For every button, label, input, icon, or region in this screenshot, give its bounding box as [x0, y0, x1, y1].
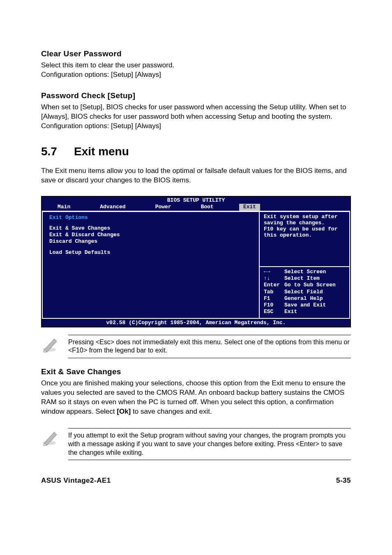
legend-desc-sub-screen: Go to Sub Screen — [284, 282, 336, 288]
footer-left: ASUS Vintage2-AE1 — [41, 477, 111, 485]
legend-desc-select-field: Select Field — [284, 289, 323, 295]
text-clear-user-password: Select this item to clear the user passw… — [41, 61, 351, 80]
legend-key-tab: Tab — [264, 289, 284, 295]
bios-tab-bar: Main Advanced Power Boot Exit — [42, 204, 350, 211]
footer-right: 5-35 — [336, 477, 351, 485]
bios-item-discard[interactable]: Discard Changes — [49, 238, 252, 245]
bios-group-header: Exit Options — [49, 214, 252, 221]
bios-left-pane: Exit Options Exit & Save Changes Exit & … — [42, 212, 260, 319]
legend-desc-select-item: Select Item — [284, 275, 320, 282]
legend-key-enter: Enter — [264, 282, 284, 288]
note-exit-unsaved: If you attempt to exit the Setup program… — [41, 428, 351, 460]
bios-tab-power[interactable]: Power — [151, 204, 175, 211]
bios-tab-advanced[interactable]: Advanced — [96, 204, 129, 211]
bios-tab-boot[interactable]: Boot — [197, 204, 218, 211]
legend-desc-general-help: General Help — [284, 295, 323, 302]
bios-title: BIOS SETUP UTILITY — [42, 197, 350, 204]
bios-footer: v02.58 (C)Copyright 1985-2004, American … — [42, 319, 350, 327]
bios-tab-exit[interactable]: Exit — [239, 204, 260, 211]
pencil-note-icon — [41, 428, 59, 446]
text-exit-save-changes: Once you are finished making your select… — [41, 379, 351, 417]
exit-save-ok: [Ok] — [117, 408, 131, 415]
section-title: Exit menu — [74, 145, 129, 158]
bios-right-pane: Exit system setup after saving the chang… — [260, 212, 350, 319]
legend-desc-select-screen: Select Screen — [284, 269, 326, 275]
section-number: 5.7 — [41, 145, 74, 158]
bios-item-load-defaults[interactable]: Load Setup Defaults — [49, 249, 252, 256]
note-esc-text: Pressing <Esc> does not immediately exit… — [68, 335, 351, 359]
note-esc: Pressing <Esc> does not immediately exit… — [41, 335, 351, 359]
exit-save-post: to save changes and exit. — [131, 408, 212, 415]
heading-exit-save-changes: Exit & Save Changes — [41, 367, 351, 376]
heading-clear-user-password: Clear User Password — [41, 49, 351, 58]
section-intro: The Exit menu items allow you to load th… — [41, 166, 351, 185]
legend-desc-exit: Exit — [284, 309, 297, 315]
page-footer: ASUS Vintage2-AE1 5-35 — [41, 477, 351, 485]
bios-help-text: Exit system setup after saving the chang… — [260, 212, 349, 266]
legend-key-f1: F1 — [264, 295, 284, 302]
bios-tab-main[interactable]: Main — [53, 204, 74, 211]
heading-password-check: Password Check [Setup] — [41, 91, 351, 100]
legend-key-arrows-ud: ↑↓ — [264, 275, 284, 282]
note-exit-unsaved-text: If you attempt to exit the Setup program… — [68, 428, 351, 460]
bios-setup-utility: BIOS SETUP UTILITY Main Advanced Power B… — [41, 196, 351, 327]
bios-item-exit-discard[interactable]: Exit & Discard Changes — [49, 232, 252, 238]
text-password-check: When set to [Setup], BIOS checks for use… — [41, 103, 351, 131]
legend-key-esc: ESC — [264, 309, 284, 315]
bios-item-exit-save[interactable]: Exit & Save Changes — [49, 225, 252, 232]
bios-legend: ←→Select Screen ↑↓Select Item EnterGo to… — [260, 266, 349, 318]
legend-key-arrows-lr: ←→ — [264, 269, 284, 275]
section-heading: 5.7Exit menu — [41, 145, 351, 158]
legend-desc-save-exit: Save and Exit — [284, 302, 326, 309]
legend-key-f10: F10 — [264, 302, 284, 309]
pencil-note-icon — [41, 335, 59, 353]
